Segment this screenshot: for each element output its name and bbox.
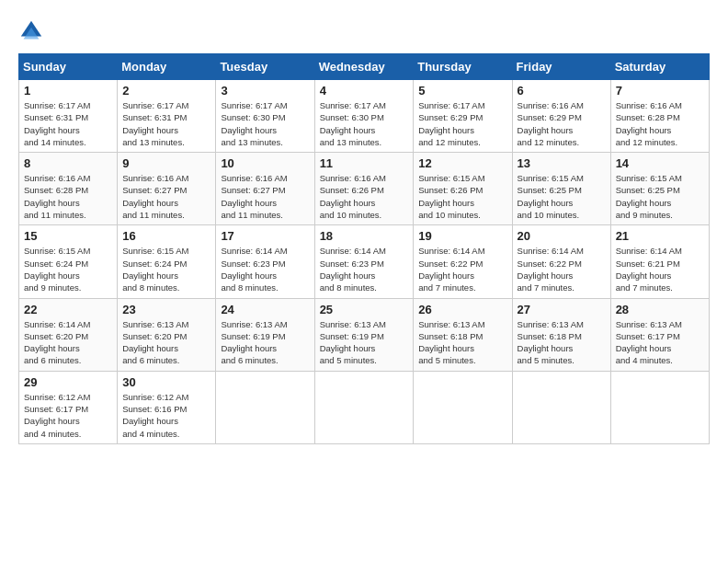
- day-number: 25: [320, 303, 409, 316]
- day-number: 4: [320, 84, 409, 98]
- day-info: Sunrise: 6:13 AM Sunset: 6:18 PM Dayligh…: [418, 318, 506, 367]
- calendar-cell: 14 Sunrise: 6:15 AM Sunset: 6:25 PM Dayl…: [610, 153, 709, 225]
- calendar-cell: 2 Sunrise: 6:17 AM Sunset: 6:31 PM Dayli…: [118, 80, 216, 153]
- calendar-cell: [216, 371, 314, 443]
- header-thursday: Thursday: [414, 54, 512, 80]
- calendar-cell: 28 Sunrise: 6:13 AM Sunset: 6:17 PM Dayl…: [610, 298, 709, 371]
- page-header: [18, 18, 710, 44]
- day-number: 22: [24, 303, 112, 316]
- header-tuesday: Tuesday: [216, 54, 314, 80]
- calendar-cell: 15 Sunrise: 6:15 AM Sunset: 6:24 PM Dayl…: [19, 225, 118, 298]
- day-number: 5: [418, 84, 506, 98]
- day-number: 12: [418, 156, 506, 170]
- calendar-cell: 25 Sunrise: 6:13 AM Sunset: 6:19 PM Dayl…: [314, 298, 414, 371]
- logo: [18, 18, 48, 44]
- day-info: Sunrise: 6:15 AM Sunset: 6:24 PM Dayligh…: [122, 245, 210, 293]
- day-info: Sunrise: 6:17 AM Sunset: 6:31 PM Dayligh…: [122, 99, 210, 148]
- day-number: 8: [24, 156, 112, 170]
- day-number: 27: [518, 303, 606, 316]
- calendar-week-row: 29 Sunrise: 6:12 AM Sunset: 6:17 PM Dayl…: [19, 371, 710, 443]
- calendar-week-row: 22 Sunrise: 6:14 AM Sunset: 6:20 PM Dayl…: [19, 298, 710, 371]
- day-info: Sunrise: 6:14 AM Sunset: 6:21 PM Dayligh…: [616, 245, 704, 293]
- day-number: 14: [616, 156, 704, 170]
- calendar-week-row: 15 Sunrise: 6:15 AM Sunset: 6:24 PM Dayl…: [19, 225, 710, 298]
- day-info: Sunrise: 6:14 AM Sunset: 6:22 PM Dayligh…: [518, 245, 606, 293]
- day-number: 30: [122, 375, 210, 389]
- calendar-cell: 23 Sunrise: 6:13 AM Sunset: 6:20 PM Dayl…: [118, 298, 216, 371]
- calendar-cell: 7 Sunrise: 6:16 AM Sunset: 6:28 PM Dayli…: [610, 80, 709, 153]
- calendar-cell: [314, 371, 414, 443]
- day-info: Sunrise: 6:13 AM Sunset: 6:17 PM Dayligh…: [616, 318, 704, 367]
- calendar-cell: 9 Sunrise: 6:16 AM Sunset: 6:27 PM Dayli…: [118, 153, 216, 225]
- day-info: Sunrise: 6:15 AM Sunset: 6:25 PM Dayligh…: [616, 172, 704, 221]
- day-number: 24: [221, 303, 309, 316]
- calendar-cell: 29 Sunrise: 6:12 AM Sunset: 6:17 PM Dayl…: [19, 371, 118, 443]
- calendar-cell: 19 Sunrise: 6:14 AM Sunset: 6:22 PM Dayl…: [414, 225, 512, 298]
- header-wednesday: Wednesday: [314, 54, 414, 80]
- day-number: 3: [221, 84, 309, 98]
- calendar-cell: [414, 371, 512, 443]
- header-monday: Monday: [118, 54, 216, 80]
- calendar-cell: 8 Sunrise: 6:16 AM Sunset: 6:28 PM Dayli…: [19, 153, 118, 225]
- day-number: 13: [518, 156, 606, 170]
- calendar-table: SundayMondayTuesdayWednesdayThursdayFrid…: [18, 53, 710, 444]
- day-number: 26: [418, 303, 506, 316]
- calendar-cell: 20 Sunrise: 6:14 AM Sunset: 6:22 PM Dayl…: [512, 225, 610, 298]
- day-info: Sunrise: 6:16 AM Sunset: 6:28 PM Dayligh…: [616, 99, 704, 148]
- calendar-week-row: 8 Sunrise: 6:16 AM Sunset: 6:28 PM Dayli…: [19, 153, 710, 225]
- calendar-cell: 1 Sunrise: 6:17 AM Sunset: 6:31 PM Dayli…: [19, 80, 118, 153]
- day-info: Sunrise: 6:16 AM Sunset: 6:27 PM Dayligh…: [122, 172, 210, 221]
- day-info: Sunrise: 6:16 AM Sunset: 6:27 PM Dayligh…: [221, 172, 309, 221]
- calendar-cell: 4 Sunrise: 6:17 AM Sunset: 6:30 PM Dayli…: [314, 80, 414, 153]
- calendar-cell: [512, 371, 610, 443]
- calendar-cell: 27 Sunrise: 6:13 AM Sunset: 6:18 PM Dayl…: [512, 298, 610, 371]
- day-number: 6: [518, 84, 606, 98]
- day-info: Sunrise: 6:13 AM Sunset: 6:19 PM Dayligh…: [320, 318, 409, 367]
- day-info: Sunrise: 6:16 AM Sunset: 6:28 PM Dayligh…: [24, 172, 112, 221]
- calendar-cell: 11 Sunrise: 6:16 AM Sunset: 6:26 PM Dayl…: [314, 153, 414, 225]
- day-number: 19: [418, 229, 506, 243]
- day-number: 10: [221, 156, 309, 170]
- day-number: 2: [122, 84, 210, 98]
- day-info: Sunrise: 6:16 AM Sunset: 6:29 PM Dayligh…: [518, 99, 606, 148]
- day-info: Sunrise: 6:12 AM Sunset: 6:16 PM Dayligh…: [122, 391, 210, 440]
- day-info: Sunrise: 6:17 AM Sunset: 6:29 PM Dayligh…: [418, 99, 506, 148]
- calendar-cell: 24 Sunrise: 6:13 AM Sunset: 6:19 PM Dayl…: [216, 298, 314, 371]
- day-number: 29: [24, 375, 112, 389]
- calendar-cell: [610, 371, 709, 443]
- calendar-cell: 18 Sunrise: 6:14 AM Sunset: 6:23 PM Dayl…: [314, 225, 414, 298]
- calendar-cell: 3 Sunrise: 6:17 AM Sunset: 6:30 PM Dayli…: [216, 80, 314, 153]
- day-info: Sunrise: 6:17 AM Sunset: 6:31 PM Dayligh…: [24, 99, 112, 148]
- day-number: 21: [616, 229, 704, 243]
- day-info: Sunrise: 6:15 AM Sunset: 6:25 PM Dayligh…: [518, 172, 606, 221]
- day-number: 15: [24, 229, 112, 243]
- day-number: 9: [122, 156, 210, 170]
- calendar-cell: 30 Sunrise: 6:12 AM Sunset: 6:16 PM Dayl…: [118, 371, 216, 443]
- header-sunday: Sunday: [19, 54, 118, 80]
- calendar-cell: 22 Sunrise: 6:14 AM Sunset: 6:20 PM Dayl…: [19, 298, 118, 371]
- day-info: Sunrise: 6:12 AM Sunset: 6:17 PM Dayligh…: [24, 391, 112, 440]
- calendar-cell: 12 Sunrise: 6:15 AM Sunset: 6:26 PM Dayl…: [414, 153, 512, 225]
- day-number: 18: [320, 229, 409, 243]
- header-saturday: Saturday: [610, 54, 709, 80]
- day-number: 20: [518, 229, 606, 243]
- day-info: Sunrise: 6:14 AM Sunset: 6:23 PM Dayligh…: [221, 245, 309, 293]
- day-info: Sunrise: 6:15 AM Sunset: 6:26 PM Dayligh…: [418, 172, 506, 221]
- calendar-cell: 26 Sunrise: 6:13 AM Sunset: 6:18 PM Dayl…: [414, 298, 512, 371]
- day-info: Sunrise: 6:17 AM Sunset: 6:30 PM Dayligh…: [320, 99, 409, 148]
- day-number: 16: [122, 229, 210, 243]
- day-info: Sunrise: 6:17 AM Sunset: 6:30 PM Dayligh…: [221, 99, 309, 148]
- calendar-cell: 6 Sunrise: 6:16 AM Sunset: 6:29 PM Dayli…: [512, 80, 610, 153]
- day-number: 23: [122, 303, 210, 316]
- header-friday: Friday: [512, 54, 610, 80]
- day-info: Sunrise: 6:16 AM Sunset: 6:26 PM Dayligh…: [320, 172, 409, 221]
- calendar-cell: 16 Sunrise: 6:15 AM Sunset: 6:24 PM Dayl…: [118, 225, 216, 298]
- calendar-cell: 13 Sunrise: 6:15 AM Sunset: 6:25 PM Dayl…: [512, 153, 610, 225]
- logo-icon: [18, 18, 44, 44]
- day-info: Sunrise: 6:13 AM Sunset: 6:18 PM Dayligh…: [518, 318, 606, 367]
- day-info: Sunrise: 6:13 AM Sunset: 6:20 PM Dayligh…: [122, 318, 210, 367]
- calendar-cell: 17 Sunrise: 6:14 AM Sunset: 6:23 PM Dayl…: [216, 225, 314, 298]
- calendar-header-row: SundayMondayTuesdayWednesdayThursdayFrid…: [19, 54, 710, 80]
- calendar-week-row: 1 Sunrise: 6:17 AM Sunset: 6:31 PM Dayli…: [19, 80, 710, 153]
- day-number: 28: [616, 303, 704, 316]
